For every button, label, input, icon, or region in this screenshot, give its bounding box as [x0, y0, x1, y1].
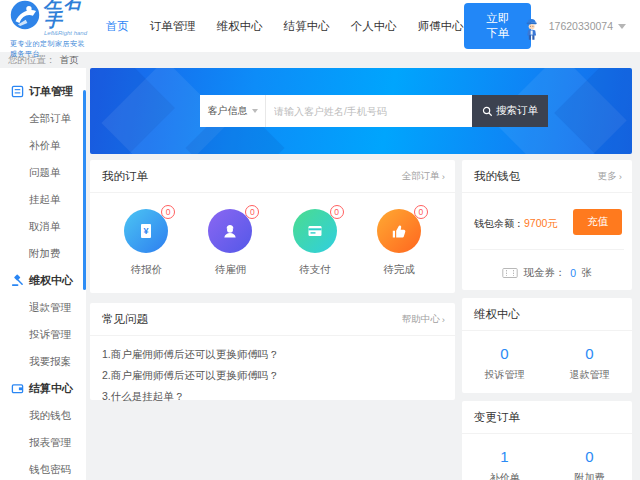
sidebar-item-refund-management[interactable]: 退款管理: [0, 294, 86, 321]
sidebar-item-my-wallet[interactable]: 我的钱包: [0, 402, 86, 429]
status-pending-quote[interactable]: ¥ 0 待报价: [124, 209, 168, 277]
gavel-icon: [11, 274, 24, 287]
logo: 左右手 Left&Right hand 更专业的定制家居安装服务平台: [10, 0, 88, 59]
sidebar-scrollbar[interactable]: [83, 90, 86, 290]
breadcrumb: 您的位置： 首页: [0, 52, 640, 68]
chevron-down-icon: [618, 24, 626, 29]
logo-title: 左右手: [44, 0, 88, 29]
search-banner: 客户信息 搜索订单: [90, 68, 632, 154]
chevron-down-icon: [252, 109, 258, 113]
chevron-right-icon: ›: [619, 171, 622, 182]
wallet-more-link[interactable]: 更多 ›: [598, 170, 622, 183]
wallet-title: 我的钱包: [474, 169, 520, 184]
faq-question[interactable]: 2.商户雇佣师傅后还可以更换师傅吗？: [102, 365, 443, 386]
sidebar: 订单管理 全部订单 补价单 问题单 挂起单 取消单 附加费 维权中心 退款管理 …: [0, 68, 86, 480]
faq-question[interactable]: 3.什么是挂起单？: [102, 386, 443, 407]
sidebar-item-report-case[interactable]: 我要报案: [0, 348, 86, 375]
status-badge: 0: [161, 205, 175, 219]
my-orders-card: 我的订单 全部订单 › ¥ 0 待报价: [90, 160, 455, 293]
wallet-card: 我的钱包 更多 › 钱包余额：9700元 充值 现金券：0张: [462, 160, 632, 290]
search-icon: [482, 106, 493, 117]
nav-item-profile[interactable]: 个人中心: [351, 19, 397, 34]
place-order-button[interactable]: 立即下单: [464, 3, 532, 49]
order-search-bar: 客户信息 搜索订单: [200, 95, 548, 127]
wallet-icon: [11, 382, 24, 395]
logo-subtitle: Left&Right hand: [44, 30, 88, 36]
bank-card-icon: [305, 221, 325, 241]
nav-item-home[interactable]: 首页: [106, 19, 129, 34]
account-phone: 17620330074: [549, 20, 613, 32]
logo-tagline: 更专业的定制家居安装服务平台: [10, 39, 88, 59]
sidebar-item-all-orders[interactable]: 全部订单: [0, 105, 86, 132]
search-order-button[interactable]: 搜索订单: [472, 95, 548, 127]
right-column: 我的钱包 更多 › 钱包余额：9700元 充值 现金券：0张: [462, 160, 632, 480]
changes-title: 变更订单: [474, 410, 520, 425]
quote-receipt-icon: ¥: [136, 221, 156, 241]
status-pending-completion[interactable]: 0 待完成: [377, 209, 421, 277]
sidebar-item-suspended-orders[interactable]: 挂起单: [0, 186, 86, 213]
coupon-count[interactable]: 0: [570, 267, 576, 279]
chevron-right-icon: ›: [442, 171, 445, 182]
status-pending-payment[interactable]: 0 待支付: [293, 209, 337, 277]
logo-emblem-icon: [10, 0, 40, 30]
search-category-select[interactable]: 客户信息: [200, 95, 266, 127]
nav-item-orders[interactable]: 订单管理: [150, 19, 196, 34]
sidebar-section-settlement-center[interactable]: 结算中心: [0, 375, 86, 402]
nav-item-master[interactable]: 师傅中心: [418, 19, 464, 34]
rights-center-card: 维权中心 0 投诉管理 0 退款管理: [462, 298, 632, 393]
faq-question[interactable]: 1.商户雇佣师傅后还可以更换师傅吗？: [102, 344, 443, 365]
sidebar-section-rights-center[interactable]: 维权中心: [0, 267, 86, 294]
left-column: 我的订单 全部订单 › ¥ 0 待报价: [90, 160, 455, 400]
sidebar-item-cancelled-orders[interactable]: 取消单: [0, 213, 86, 240]
sidebar-section-order-management[interactable]: 订单管理: [0, 78, 86, 105]
all-orders-link[interactable]: 全部订单 ›: [402, 170, 445, 183]
wallet-balance-label: 钱包余额：: [474, 218, 524, 229]
stat-refunds[interactable]: 0 退款管理: [547, 345, 632, 382]
thumbs-up-icon: [389, 221, 409, 241]
order-doc-icon: [11, 85, 24, 98]
account-menu[interactable]: 17620330074: [549, 20, 626, 32]
main-nav: 首页 订单管理 维权中心 结算中心 个人中心 师傅中心: [106, 19, 464, 34]
my-orders-title: 我的订单: [102, 169, 148, 184]
mascot-worker-icon: [525, 7, 538, 51]
coupon-ticket-icon: [502, 267, 518, 279]
status-badge: 0: [414, 205, 428, 219]
faq-card: 常见问题 帮助中心 › 1.商户雇佣师傅后还可以更换师傅吗？ 2.商户雇佣师傅后…: [90, 303, 455, 400]
coupon-label: 现金券：: [523, 266, 565, 280]
sidebar-item-price-supplement[interactable]: 补价单: [0, 132, 86, 159]
worker-icon: [220, 221, 240, 241]
coupon-unit: 张: [581, 266, 592, 280]
top-header: 左右手 Left&Right hand 更专业的定制家居安装服务平台 首页 订单…: [0, 0, 640, 52]
faq-title: 常见问题: [102, 312, 148, 327]
sidebar-item-report-management[interactable]: 报表管理: [0, 429, 86, 456]
sidebar-item-surcharge[interactable]: 附加费: [0, 240, 86, 267]
nav-item-settlement[interactable]: 结算中心: [284, 19, 330, 34]
status-pending-hire[interactable]: 0 待雇佣: [208, 209, 252, 277]
stat-complaints[interactable]: 0 投诉管理: [462, 345, 547, 382]
main-content: 客户信息 搜索订单 我的订单 全部订单 ›: [90, 68, 632, 480]
sidebar-item-problem-orders[interactable]: 问题单: [0, 159, 86, 186]
help-center-link[interactable]: 帮助中心 ›: [402, 313, 445, 326]
order-changes-card: 变更订单 1 补价单 0 附加费: [462, 401, 632, 480]
stat-price-supplement[interactable]: 1 补价单: [462, 448, 547, 480]
status-badge: 0: [245, 205, 259, 219]
search-input[interactable]: [266, 95, 472, 127]
wallet-balance-value: 9700元: [524, 217, 558, 229]
status-badge: 0: [330, 205, 344, 219]
nav-item-rights[interactable]: 维权中心: [217, 19, 263, 34]
sidebar-item-complaint-management[interactable]: 投诉管理: [0, 321, 86, 348]
rights-title: 维权中心: [474, 307, 520, 322]
stat-surcharge[interactable]: 0 附加费: [547, 448, 632, 480]
svg-text:¥: ¥: [144, 226, 149, 236]
chevron-right-icon: ›: [442, 314, 445, 325]
sidebar-item-wallet-password[interactable]: 钱包密码: [0, 456, 86, 480]
recharge-button[interactable]: 充值: [573, 209, 622, 235]
